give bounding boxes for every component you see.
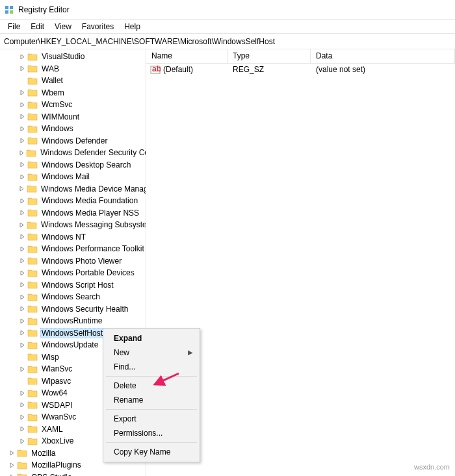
expander-icon[interactable] [18,425,26,433]
column-type[interactable]: Type [228,49,311,63]
tree-item[interactable]: Windows Media Device Manager [0,183,146,195]
tree-item-label: WindowsSelfHost [40,328,104,338]
expander-icon[interactable] [8,461,16,469]
context-item-delete[interactable]: Delete [105,379,198,393]
tree-item[interactable]: Windows Search [0,291,146,303]
column-data[interactable]: Data [311,49,455,63]
tree-item[interactable]: WindowsRuntime [0,315,146,327]
expander-icon[interactable] [18,209,26,217]
menu-edit[interactable]: Edit [25,21,49,32]
tree-item[interactable]: Windows Defender Security Center [0,147,146,159]
expander-icon[interactable] [18,233,26,241]
expander-icon[interactable] [18,113,26,121]
address-text: Computer\HKEY_LOCAL_MACHINE\SOFTWARE\Mic… [4,37,275,46]
expander-icon[interactable] [18,221,25,229]
context-item-find[interactable]: Find... [105,360,198,374]
expander-icon[interactable] [18,293,26,301]
folder-icon [27,88,38,97]
expander-icon[interactable] [18,197,26,205]
expander-icon[interactable] [18,401,26,409]
menu-view[interactable]: View [49,21,77,32]
value-data: (value not set) [312,65,369,74]
tree-item[interactable]: Wbem [0,87,146,99]
expander-icon[interactable] [18,185,25,193]
folder-icon [27,136,38,145]
folder-icon [27,245,38,253]
context-separator [106,442,197,443]
context-item-new[interactable]: New▶ [105,345,198,360]
expander-icon[interactable] [18,125,26,132]
menu-help[interactable]: Help [119,21,146,32]
expander-icon[interactable] [18,173,26,181]
expander-icon[interactable] [18,329,26,337]
tree-item[interactable]: Windows Script Host [0,279,146,292]
expander-icon[interactable] [18,269,26,277]
tree-item[interactable]: VisualStudio [0,51,146,63]
expander-icon[interactable] [18,101,26,108]
tree-item[interactable]: WcmSvc [0,99,146,111]
tree-item[interactable]: WAB [0,63,146,75]
value-type: REG_SZ [229,65,312,74]
tree-item[interactable]: Windows Media Player NSS [0,207,146,219]
tree-item-label: XAML [40,425,64,434]
expander-icon[interactable] [18,65,26,73]
expander-icon[interactable] [18,53,26,60]
address-bar[interactable]: Computer\HKEY_LOCAL_MACHINE\SOFTWARE\Mic… [0,34,455,49]
tree-item[interactable]: Windows [0,123,146,135]
menu-file[interactable]: File [3,21,25,32]
value-row[interactable]: ab(Default)REG_SZ(value not set) [146,64,455,75]
expander-icon[interactable] [18,89,26,97]
folder-icon [27,317,38,325]
expander-icon[interactable] [18,257,26,265]
context-menu[interactable]: ExpandNew▶Find...DeleteRenameExportPermi… [103,328,200,462]
tree-item[interactable]: Windows Portable Devices [0,267,146,279]
watermark: wsxdn.com [414,463,450,471]
expander-icon[interactable] [18,389,26,397]
expander-icon[interactable] [8,449,16,457]
expander-icon[interactable] [18,413,26,421]
tree-item[interactable]: Windows Performance Toolkit [0,243,146,255]
tree-item-label: Windows Media Player NSS [40,208,140,218]
expander-icon[interactable] [18,437,26,445]
tree-item[interactable]: Windows Media Foundation [0,195,146,207]
tree-item[interactable]: Windows NT [0,231,146,244]
context-item-permissions[interactable]: Permissions... [105,426,198,440]
expander-icon[interactable] [18,281,26,289]
folder-icon [27,184,37,193]
tree-item[interactable]: Windows Mail [0,171,146,183]
context-item-copy-key-name[interactable]: Copy Key Name [105,445,198,459]
tree-item-label: WAB [40,64,60,73]
context-separator [106,409,197,410]
submenu-arrow-icon: ▶ [188,349,193,356]
tree-item[interactable]: Wallet [0,75,146,87]
tree-item[interactable]: Windows Defender [0,135,146,147]
expander-icon[interactable] [18,341,26,349]
folder-icon [27,389,38,397]
column-name[interactable]: Name [146,49,228,63]
expander-icon[interactable] [18,137,26,145]
tree-item[interactable]: Windows Security Health [0,303,146,316]
expander-icon[interactable] [18,317,26,325]
folder-icon [27,112,38,121]
expander-icon[interactable] [18,365,26,373]
tree-item-label: Wow64 [40,388,69,397]
context-item-rename[interactable]: Rename [105,393,198,407]
expander-icon[interactable] [18,305,26,313]
tree-item[interactable]: Windows Messaging Subsystem [0,219,146,231]
expander-icon[interactable] [18,161,26,169]
svg-text:ab: ab [152,64,161,73]
folder-icon [27,305,38,313]
expander-icon[interactable] [18,245,26,253]
folder-icon [27,257,38,265]
folder-icon [27,425,38,433]
context-item-export[interactable]: Export [105,412,198,426]
context-item-expand[interactable]: Expand [105,331,198,345]
expander-icon[interactable] [8,473,16,476]
menu-favorites[interactable]: Favorites [77,21,119,32]
tree-item[interactable]: OBS Studio [0,471,146,477]
tree-item[interactable]: Windows Photo Viewer [0,255,146,268]
tree-item[interactable]: WIMMount [0,111,146,123]
expander-icon[interactable] [18,149,25,157]
list-header: Name Type Data [146,49,455,64]
tree-item[interactable]: Windows Desktop Search [0,159,146,171]
